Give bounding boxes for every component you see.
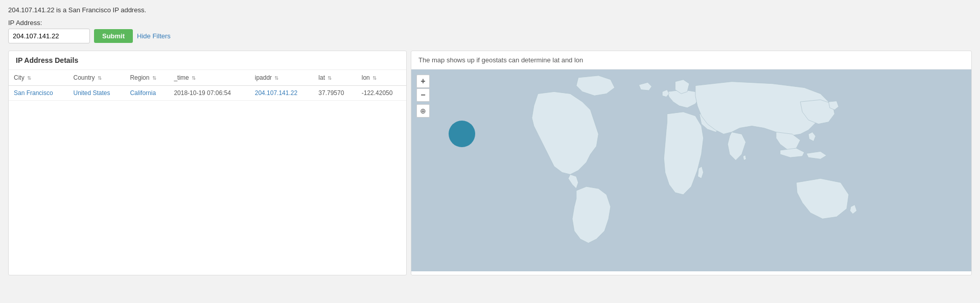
cell-country[interactable]: United States — [68, 86, 125, 101]
table-header-row: City ⇅ Country ⇅ Region ⇅ _time ⇅ ipaddr… — [9, 70, 406, 86]
submit-button[interactable]: Submit — [94, 29, 133, 43]
col-time[interactable]: _time ⇅ — [169, 70, 249, 86]
cell-lon: -122.42050 — [357, 86, 406, 101]
sort-icon-lat: ⇅ — [328, 75, 332, 81]
hide-filters-link[interactable]: Hide Filters — [137, 32, 171, 40]
map-zoom-out-button[interactable]: − — [416, 88, 430, 102]
ip-input[interactable] — [8, 29, 90, 43]
map-controls: + − ⊕ — [416, 75, 430, 118]
map-zoom-in-button[interactable]: + — [416, 75, 430, 88]
table-panel-title: IP Address Details — [9, 51, 406, 70]
map-locator-button[interactable]: ⊕ — [416, 104, 430, 118]
col-region[interactable]: Region ⇅ — [125, 70, 169, 86]
sf-location-dot — [449, 121, 475, 147]
input-row: Submit Hide Filters — [8, 29, 972, 43]
sort-icon-lon: ⇅ — [372, 75, 377, 81]
ip-details-table: City ⇅ Country ⇅ Region ⇅ _time ⇅ ipaddr… — [9, 70, 406, 101]
col-country[interactable]: Country ⇅ — [68, 70, 125, 86]
sort-icon-country: ⇅ — [98, 75, 102, 81]
table-row: San FranciscoUnited StatesCalifornia2018… — [9, 86, 406, 101]
cell-ipaddr[interactable]: 204.107.141.22 — [250, 86, 314, 101]
world-map-svg — [411, 69, 971, 271]
cell-lat: 37.79570 — [313, 86, 356, 101]
sort-icon-time: ⇅ — [192, 75, 196, 81]
table-body: San FranciscoUnited StatesCalifornia2018… — [9, 86, 406, 101]
info-text: 204.107.141.22 is a San Francisco IP add… — [8, 6, 972, 14]
table-panel: IP Address Details City ⇅ Country ⇅ Regi… — [8, 51, 407, 275]
cell-_time: 2018-10-19 07:06:54 — [169, 86, 249, 101]
cell-region[interactable]: California — [125, 86, 169, 101]
page-wrapper: 204.107.141.22 is a San Francisco IP add… — [0, 0, 980, 282]
map-header: The map shows up if geostats can determi… — [411, 51, 971, 69]
sort-icon-region: ⇅ — [152, 75, 156, 81]
col-city[interactable]: City ⇅ — [9, 70, 68, 86]
col-lon[interactable]: lon ⇅ — [357, 70, 406, 86]
map-container: + − ⊕ — [411, 69, 971, 271]
main-content: IP Address Details City ⇅ Country ⇅ Regi… — [8, 51, 972, 275]
cell-city[interactable]: San Francisco — [9, 86, 68, 101]
map-panel: The map shows up if geostats can determi… — [411, 51, 972, 275]
col-ipaddr[interactable]: ipaddr ⇅ — [250, 70, 314, 86]
sort-icon-city: ⇅ — [27, 75, 31, 81]
sort-icon-ipaddr: ⇅ — [274, 75, 278, 81]
col-lat[interactable]: lat ⇅ — [313, 70, 356, 86]
ip-label: IP Address: — [8, 19, 972, 27]
